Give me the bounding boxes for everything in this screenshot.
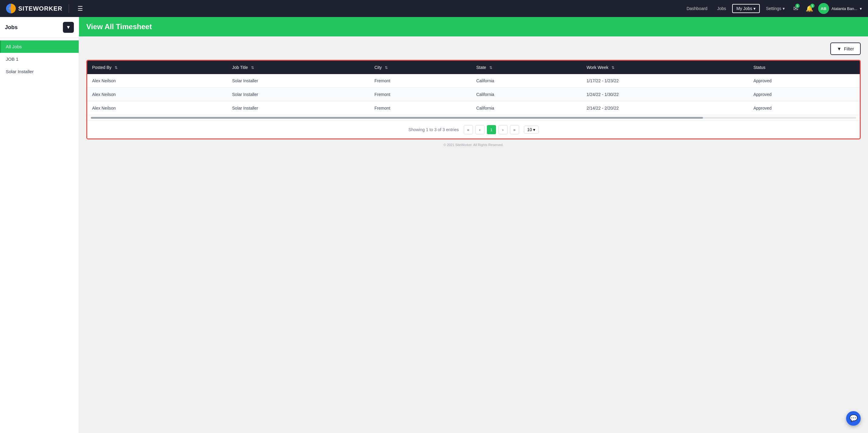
table-header-row: Posted By ⇅ Job Title ⇅ City ⇅ xyxy=(87,61,860,74)
nav-settings[interactable]: Settings ▾ xyxy=(762,4,788,13)
cell-job-title: Solar Installer xyxy=(227,88,370,101)
chat-icon: 💬 xyxy=(849,414,858,422)
col-status: Status xyxy=(749,61,860,74)
content-area: ▼ Filter Posted By ⇅ xyxy=(79,36,868,433)
table-row[interactable]: Alex Neilson Solar Installer Fremont Cal… xyxy=(87,88,860,101)
cell-work-week: 1/24/22 - 1/30/22 xyxy=(582,88,749,101)
table-container: Posted By ⇅ Job Title ⇅ City ⇅ xyxy=(86,60,861,139)
chevron-down-icon: ▾ xyxy=(783,6,785,11)
chevron-down-icon: ▾ xyxy=(860,6,862,11)
cell-job-title: Solar Installer xyxy=(227,101,370,115)
avatar: AB xyxy=(818,3,829,14)
filter-row: ▼ Filter xyxy=(86,42,861,55)
nav-jobs[interactable]: Jobs xyxy=(713,4,730,13)
pagination-first[interactable]: « xyxy=(464,125,473,134)
chevron-down-icon: ▾ xyxy=(533,127,535,132)
table-header: Posted By ⇅ Job Title ⇅ City ⇅ xyxy=(87,61,860,74)
col-state: State ⇅ xyxy=(471,61,582,74)
page-footer: © 2021 SiteWorker. All Rights Reserved. xyxy=(86,139,861,150)
cell-city: Fremont xyxy=(370,88,471,101)
sort-icon[interactable]: ⇅ xyxy=(385,66,388,70)
bell-badge: 1 xyxy=(810,4,814,8)
scrollbar-thumb xyxy=(91,117,703,119)
sidebar-item-all-jobs[interactable]: All Jobs xyxy=(0,40,79,53)
cell-city: Fremont xyxy=(370,74,471,88)
logo-icon: 🔆 xyxy=(6,4,16,13)
col-city: City ⇅ xyxy=(370,61,471,74)
page-header: View All Timesheet xyxy=(79,17,868,36)
pagination-last[interactable]: » xyxy=(510,125,519,134)
table-wrapper: Posted By ⇅ Job Title ⇅ City ⇅ xyxy=(87,61,860,115)
nav-my-jobs[interactable]: My Jobs ▾ xyxy=(732,4,760,13)
cell-state: California xyxy=(471,101,582,115)
sidebar-filter-button[interactable]: ▼ xyxy=(63,22,74,33)
page-size-select[interactable]: 10 ▾ xyxy=(524,126,539,134)
sidebar-header: Jobs ▼ xyxy=(0,17,79,38)
page-title: View All Timesheet xyxy=(86,23,861,31)
navbar-divider xyxy=(69,4,69,13)
cell-work-week: 2/14/22 - 2/20/22 xyxy=(582,101,749,115)
pagination-prev[interactable]: ‹ xyxy=(475,125,485,134)
cell-job-title: Solar Installer xyxy=(227,74,370,88)
sort-icon[interactable]: ⇅ xyxy=(612,66,615,70)
timesheet-table: Posted By ⇅ Job Title ⇅ City ⇅ xyxy=(87,61,860,115)
sort-icon[interactable]: ⇅ xyxy=(115,66,118,70)
cell-posted-by: Alex Neilson xyxy=(87,88,227,101)
sidebar-nav: All Jobs JOB 1 Solar Installer xyxy=(0,38,79,80)
sort-icon[interactable]: ⇅ xyxy=(251,66,254,70)
sort-icon[interactable]: ⇅ xyxy=(489,66,492,70)
table-row[interactable]: Alex Neilson Solar Installer Fremont Cal… xyxy=(87,101,860,115)
mail-badge: 1 xyxy=(795,4,800,8)
col-work-week: Work Week ⇅ xyxy=(582,61,749,74)
pagination-next[interactable]: › xyxy=(498,125,507,134)
app-logo[interactable]: 🔆 SITEWORKER xyxy=(6,4,63,13)
cell-status: Approved xyxy=(749,74,860,88)
sidebar-item-job1[interactable]: JOB 1 xyxy=(0,53,79,65)
navbar: 🔆 SITEWORKER ☰ Dashboard Jobs My Jobs ▾ … xyxy=(0,0,868,17)
cell-status: Approved xyxy=(749,101,860,115)
col-posted-by: Posted By ⇅ xyxy=(87,61,227,74)
scrollbar-track[interactable] xyxy=(91,117,856,119)
user-name: Atalanta Ban... xyxy=(832,6,857,11)
hamburger-icon[interactable]: ☰ xyxy=(75,4,85,13)
cell-status: Approved xyxy=(749,88,860,101)
user-menu[interactable]: AB Atalanta Ban... ▾ xyxy=(818,3,862,14)
cell-work-week: 1/17/22 - 1/23/22 xyxy=(582,74,749,88)
chevron-down-icon: ▾ xyxy=(753,6,755,11)
sidebar-title: Jobs xyxy=(5,24,18,31)
nav-dashboard[interactable]: Dashboard xyxy=(683,4,711,13)
bell-icon-btn[interactable]: 🔔 1 xyxy=(803,4,816,13)
pagination-page-1[interactable]: 1 xyxy=(487,125,496,134)
sidebar-item-solar-installer[interactable]: Solar Installer xyxy=(0,65,79,78)
pagination-row: Showing 1 to 3 of 3 entries « ‹ 1 › » 10… xyxy=(87,121,860,138)
app-layout: Jobs ▼ All Jobs JOB 1 Solar Installer Vi… xyxy=(0,17,868,433)
mail-icon-btn[interactable]: ✉ 1 xyxy=(791,4,801,13)
main-content: View All Timesheet ▼ Filter Post xyxy=(79,17,868,433)
filter-icon: ▼ xyxy=(837,46,842,51)
col-job-title: Job Title ⇅ xyxy=(227,61,370,74)
cell-state: California xyxy=(471,88,582,101)
filter-icon: ▼ xyxy=(66,25,71,30)
chat-button[interactable]: 💬 xyxy=(846,411,861,426)
cell-posted-by: Alex Neilson xyxy=(87,74,227,88)
pagination-info: Showing 1 to 3 of 3 entries xyxy=(408,127,459,132)
filter-button[interactable]: ▼ Filter xyxy=(830,42,861,55)
nav-links: Dashboard Jobs My Jobs ▾ Settings ▾ ✉ 1 … xyxy=(683,3,862,14)
table-row[interactable]: Alex Neilson Solar Installer Fremont Cal… xyxy=(87,74,860,88)
app-name: SITEWORKER xyxy=(18,5,63,12)
cell-state: California xyxy=(471,74,582,88)
scrollbar-row xyxy=(87,115,860,121)
sidebar: Jobs ▼ All Jobs JOB 1 Solar Installer xyxy=(0,17,79,433)
table-body: Alex Neilson Solar Installer Fremont Cal… xyxy=(87,74,860,115)
cell-city: Fremont xyxy=(370,101,471,115)
cell-posted-by: Alex Neilson xyxy=(87,101,227,115)
